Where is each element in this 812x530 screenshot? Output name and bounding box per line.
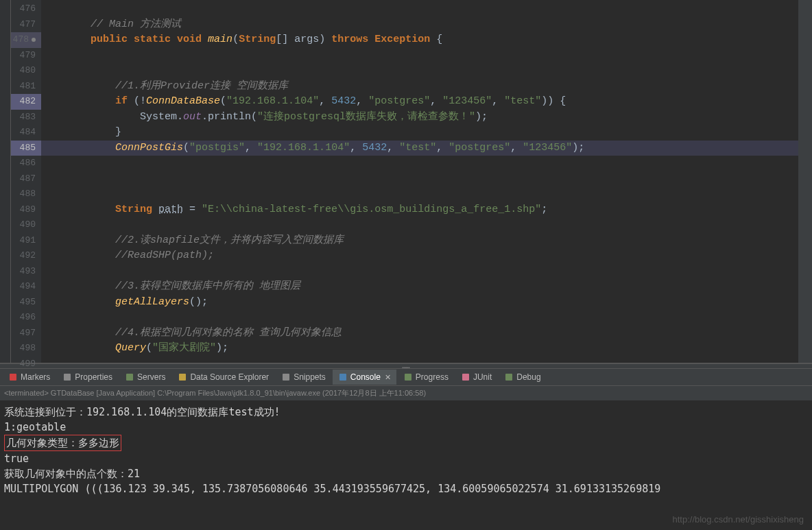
line-number[interactable]: 482 [11, 94, 41, 110]
line-number[interactable]: 478 [11, 32, 41, 48]
tab-label: Snippets [294, 372, 326, 382]
code-line[interactable] [41, 1, 798, 17]
line-number[interactable]: 490 [11, 217, 41, 233]
line-number[interactable]: 484 [11, 125, 41, 141]
tab-data-source-explorer[interactable]: Data Source Explorer [172, 370, 274, 385]
line-number[interactable]: 485 [11, 141, 41, 156]
code-line[interactable] [41, 171, 798, 187]
code-line[interactable]: // Main 方法测试 [41, 17, 798, 33]
svg-rect-8 [505, 374, 512, 381]
code-line[interactable]: } [41, 125, 798, 141]
code-line[interactable] [41, 310, 798, 326]
tab-servers[interactable]: Servers [119, 370, 171, 385]
code-line[interactable]: String path = "E:\\china-latest-free\\gi… [41, 202, 798, 218]
console-line: 1:geotable [4, 420, 808, 435]
svg-rect-4 [283, 374, 289, 381]
code-line[interactable]: //2.读shapfile文件，并将内容写入空间数据库 [41, 233, 798, 249]
line-number[interactable]: 492 [11, 248, 41, 264]
console-line: MULTIPOLYGON (((136.123 39.345, 135.7387… [4, 481, 808, 496]
console-icon [338, 372, 348, 382]
console-line: 获取几何对象中的点个数：21 [4, 466, 808, 481]
tab-label: Properties [75, 372, 112, 382]
tab-console[interactable]: Console✕ [333, 370, 396, 385]
code-line[interactable] [41, 156, 798, 171]
svg-rect-2 [126, 374, 133, 381]
line-number[interactable]: 496 [11, 310, 41, 326]
line-number[interactable]: 486 [11, 156, 41, 171]
highlighted-output: 几何对象类型：多多边形 [4, 435, 121, 451]
markers-icon [8, 372, 18, 382]
scrollbar[interactable] [798, 0, 812, 363]
console-line: 几何对象类型：多多边形 [4, 435, 808, 451]
svg-rect-0 [10, 374, 16, 381]
svg-rect-5 [339, 374, 346, 381]
code-line[interactable]: public static void main(String[] args) t… [41, 32, 798, 48]
code-line[interactable] [41, 217, 798, 233]
code-line[interactable]: //1.利用Provider连接 空间数据库 [41, 79, 798, 95]
line-number[interactable]: 479 [11, 48, 41, 64]
line-number[interactable]: 493 [11, 264, 41, 280]
watermark: http://blog.csdn.net/gisshixisheng [672, 514, 804, 525]
console-line: 系统连接到位于：192.168.1.104的空间数据库test成功! [4, 405, 808, 420]
tab-debug[interactable]: Debug [499, 370, 546, 385]
svg-rect-6 [405, 374, 411, 381]
code-line[interactable] [41, 357, 798, 372]
line-number[interactable]: 498 [11, 341, 41, 357]
line-gutter[interactable]: 4764774784794804814824834844854864874884… [11, 0, 41, 363]
line-number[interactable]: 491 [11, 233, 41, 249]
code-line[interactable]: ConnPostGis("postgis", "192.168.1.104", … [41, 141, 798, 156]
code-line[interactable] [41, 63, 798, 79]
line-number[interactable]: 487 [11, 171, 41, 187]
line-number[interactable]: 480 [11, 63, 41, 79]
line-number[interactable]: 495 [11, 295, 41, 311]
line-number[interactable]: 481 [11, 79, 41, 95]
code-line[interactable] [41, 264, 798, 280]
tab-label: Data Source Explorer [190, 372, 269, 382]
line-number[interactable]: 494 [11, 279, 41, 295]
tab-label: Progress [416, 372, 449, 382]
code-line[interactable]: //ReadSHP(path); [41, 248, 798, 264]
code-line[interactable]: if (!ConnDataBase("192.168.1.104", 5432,… [41, 94, 798, 110]
tab-label: Servers [137, 372, 165, 382]
terminated-status: <terminated> GTDataBase [Java Applicatio… [0, 386, 812, 400]
code-area[interactable]: // Main 方法测试 public static void main(Str… [41, 0, 798, 363]
console-output[interactable]: 系统连接到位于：192.168.1.104的空间数据库test成功!1:geot… [0, 400, 812, 501]
debug-icon [504, 372, 514, 382]
tab-markers[interactable]: Markers [3, 370, 56, 385]
data-source-explorer-icon [178, 372, 187, 382]
line-number[interactable]: 477 [11, 17, 41, 33]
tab-label: Console [350, 372, 381, 382]
svg-rect-1 [64, 374, 71, 381]
code-line[interactable]: getAllLayers(); [41, 295, 798, 311]
tab-progress[interactable]: Progress [398, 370, 454, 385]
tab-properties[interactable]: Properties [57, 370, 118, 385]
tab-label: Markers [21, 372, 50, 382]
tab-label: Debug [516, 372, 540, 382]
progress-icon [403, 372, 413, 382]
properties-icon [62, 372, 72, 382]
code-line[interactable] [41, 186, 798, 202]
snippets-icon [281, 372, 291, 382]
line-number[interactable]: 497 [11, 326, 41, 341]
line-number[interactable]: 489 [11, 202, 41, 218]
line-number[interactable]: 488 [11, 186, 41, 202]
code-line[interactable]: //4.根据空间几何对象的名称 查询几何对象信息 [41, 326, 798, 341]
code-line[interactable]: //3.获得空间数据库中所有的 地理图层 [41, 279, 798, 295]
junit-icon [461, 372, 470, 382]
tab-snippets[interactable]: Snippets [276, 370, 331, 385]
servers-icon [125, 372, 134, 382]
svg-rect-7 [462, 374, 469, 381]
code-line[interactable]: System.out.println("连接postgresql数据库失败，请检… [41, 110, 798, 125]
svg-rect-3 [179, 374, 186, 381]
code-line[interactable]: Query("国家大剧院"); [41, 341, 798, 357]
code-line[interactable] [41, 48, 798, 64]
close-icon[interactable]: ✕ [383, 373, 391, 382]
tab-junit[interactable]: JUnit [455, 370, 497, 385]
line-number[interactable]: 483 [11, 110, 41, 125]
folding-ruler[interactable] [0, 0, 11, 363]
tab-label: JUnit [473, 372, 492, 382]
code-editor[interactable]: 4764774784794804814824834844854864874884… [0, 0, 812, 363]
line-number[interactable]: 476 [11, 1, 41, 17]
console-line: true [4, 451, 808, 466]
